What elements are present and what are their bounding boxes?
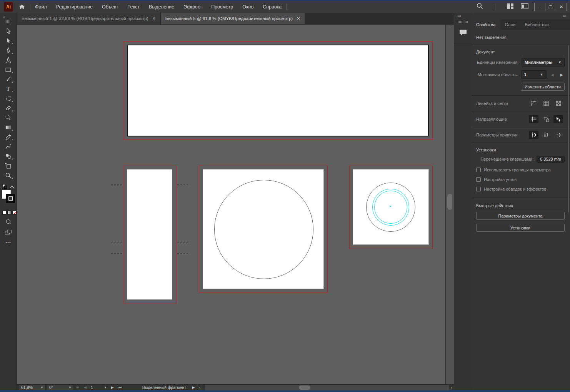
menu-edit[interactable]: Редактирование [56, 4, 93, 10]
vertical-scrollbar[interactable]: ⌃ [445, 25, 454, 384]
rectangle-tool[interactable] [3, 65, 14, 74]
menu-effect[interactable]: Эффект [183, 4, 202, 10]
artboard-number-dropdown[interactable]: 1 ▼ [89, 385, 109, 390]
menu-window[interactable]: Окно [242, 4, 253, 10]
edit-artboards-button[interactable]: Изменить области [521, 83, 565, 91]
previous-artboard-arrow-icon[interactable]: ◀ [550, 73, 556, 77]
eraser-tool[interactable] [3, 104, 14, 113]
artboard-4[interactable]: × [353, 169, 429, 245]
transparency-grid-icon[interactable] [553, 99, 563, 108]
eyedropper-tool[interactable] [3, 133, 14, 141]
menu-object[interactable]: Объект [102, 4, 118, 10]
blend-tool[interactable] [3, 152, 14, 161]
scale-strokes-effects-checkbox[interactable] [476, 187, 481, 191]
status-tool-label: Выделенный фрагмент [142, 385, 186, 390]
artboard-select[interactable]: 1 ▼ [521, 70, 547, 79]
document-tab-2[interactable]: Безымянный-5 @ 61,8 % (CMYK/Предваритель… [161, 13, 305, 24]
fold-mark [111, 253, 123, 254]
drawing-mode-icon[interactable] [5, 218, 12, 226]
snap-to-grid-icon[interactable] [541, 131, 551, 139]
document-tab-1[interactable]: Безымянный-1 @ 32,88 % (RGB/Предваритель… [17, 13, 161, 24]
snap-to-point-icon[interactable] [529, 131, 538, 139]
app-logo-icon[interactable]: Ai [4, 2, 13, 12]
next-artboard-arrow-icon[interactable]: ▶ [558, 73, 565, 77]
artboard-1[interactable] [127, 45, 429, 136]
status-expand-icon[interactable]: ▶ [190, 385, 197, 389]
canvas[interactable]: × [17, 25, 445, 384]
scale-corners-checkbox[interactable] [476, 177, 481, 182]
tab-libraries[interactable]: Библиотеки [520, 19, 553, 30]
gradient-button[interactable] [7, 211, 12, 214]
circle-shape[interactable] [214, 180, 313, 279]
collapse-panels-icon[interactable]: «« [454, 13, 472, 19]
scroll-right-icon[interactable]: › [449, 385, 454, 390]
menu-help[interactable]: Справка [263, 4, 282, 10]
artboard-2[interactable] [127, 169, 172, 300]
workspace-switcher-icon[interactable] [507, 3, 514, 11]
type-tool[interactable]: T [3, 85, 14, 93]
vertical-scroll-thumb[interactable] [447, 194, 452, 210]
menu-view[interactable]: Просмотр [211, 4, 233, 10]
search-icon[interactable] [476, 2, 483, 11]
minimize-button[interactable]: – [534, 3, 545, 11]
color-button[interactable] [2, 211, 7, 214]
menu-select[interactable]: Выделение [149, 4, 174, 10]
first-artboard-icon[interactable]: ⏮ [74, 385, 82, 390]
show-guides-icon[interactable] [529, 115, 538, 123]
tab-properties[interactable]: Свойства [472, 19, 500, 30]
snap-to-pixel-icon[interactable] [553, 131, 563, 139]
maximize-button[interactable]: ▢ [545, 3, 556, 11]
more-tools-icon[interactable]: ••• [5, 240, 11, 245]
home-icon[interactable] [18, 3, 25, 10]
scroll-left-icon[interactable]: ‹ [197, 385, 202, 390]
none-button[interactable] [12, 211, 17, 214]
close-button[interactable]: ✕ [556, 3, 567, 11]
ruler-icon[interactable] [529, 99, 538, 108]
zoom-level-dropdown[interactable]: 61,8% ▼ [19, 385, 46, 390]
close-tab-icon[interactable]: ✕ [152, 16, 156, 21]
shaper-tool[interactable] [3, 142, 14, 151]
selection-tool[interactable] [3, 27, 14, 36]
paintbrush-tool[interactable] [3, 75, 14, 84]
use-preview-bounds-checkbox[interactable] [476, 168, 481, 172]
horizontal-scroll-thumb[interactable] [299, 385, 310, 390]
toolbar-expand-icon[interactable]: » [3, 15, 17, 19]
close-tab-icon[interactable]: ✕ [297, 16, 300, 21]
pen-tool[interactable] [3, 46, 14, 55]
lock-guides-icon[interactable] [541, 115, 551, 123]
curvature-tool[interactable] [3, 56, 14, 65]
panel-strip-grip[interactable] [458, 21, 468, 23]
expand-panels-icon[interactable]: »» [563, 14, 566, 18]
artboard-tool[interactable] [3, 161, 14, 170]
stroke-swatch[interactable] [6, 194, 15, 203]
arrange-documents-icon[interactable] [521, 3, 528, 11]
smart-guides-icon[interactable] [553, 115, 563, 123]
next-artboard-icon[interactable]: ▶ [109, 385, 116, 389]
units-select[interactable]: Миллиметры ▼ [522, 58, 565, 66]
comments-panel-icon[interactable] [457, 26, 470, 39]
lasso-tool[interactable] [3, 113, 14, 122]
last-artboard-icon[interactable]: ⏭ [116, 385, 124, 390]
chevron-down-icon: ▼ [104, 386, 107, 389]
rotation-value: 0° [49, 385, 65, 390]
rotation-dropdown[interactable]: 0° ▼ [47, 385, 74, 390]
rotate-tool[interactable] [3, 94, 14, 103]
panel-scrollbar[interactable] [568, 45, 569, 213]
scroll-up-icon[interactable]: ⌃ [446, 26, 454, 30]
screen-mode-icon[interactable] [5, 229, 12, 237]
direct-selection-tool[interactable] [3, 37, 14, 45]
menu-file[interactable]: Файл [35, 4, 47, 10]
toolbar-grip[interactable] [4, 20, 13, 23]
grid-icon[interactable] [541, 99, 551, 108]
menubar-separator [286, 3, 287, 10]
previous-artboard-icon[interactable]: ◀ [82, 385, 89, 389]
document-setup-button[interactable]: Параметры документа [476, 212, 565, 220]
menu-type[interactable]: Текст [128, 4, 140, 10]
gradient-tool[interactable] [3, 123, 14, 132]
tab-layers[interactable]: Слои [500, 19, 520, 30]
horizontal-scrollbar[interactable] [205, 385, 449, 390]
keyboard-increment-value[interactable]: 0,3528 mm [537, 156, 565, 163]
preferences-button[interactable]: Установки [476, 224, 565, 232]
artboard-3[interactable] [203, 169, 324, 289]
zoom-tool[interactable] [3, 171, 14, 180]
